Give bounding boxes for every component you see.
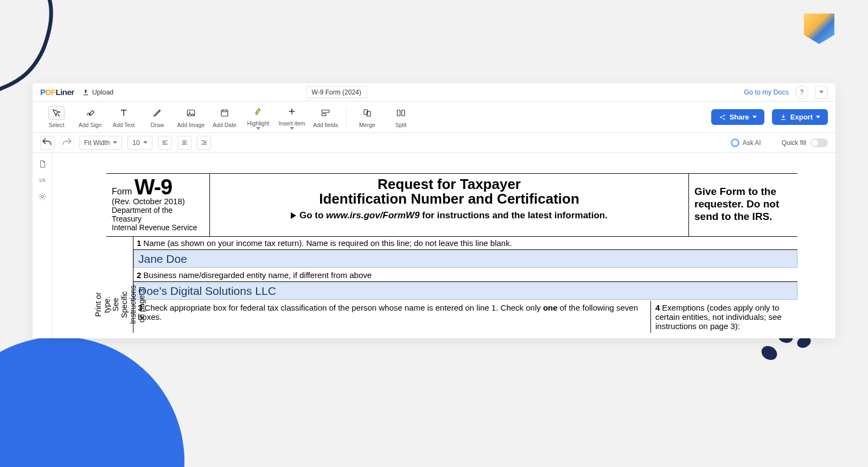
svg-rect-10	[322, 110, 329, 113]
split-icon	[393, 106, 409, 120]
w9-line1-input[interactable]: Jane Doe	[133, 250, 797, 268]
my-docs-link[interactable]: Go to my Docs	[744, 89, 789, 96]
chevron-down-icon	[113, 141, 117, 144]
tool-insert-item[interactable]: Insert item	[276, 104, 308, 131]
zoom-select[interactable]: 10	[127, 136, 152, 150]
w9-line3: 3Check appropriate box for federal tax c…	[133, 301, 651, 333]
decor-blob-bl	[0, 337, 184, 467]
chevron-down-icon	[752, 116, 757, 118]
tool-add-date[interactable]: Add Date	[208, 104, 241, 131]
undo-icon	[41, 136, 54, 149]
tool-draw[interactable]: Draw	[141, 104, 174, 131]
tool-add-sign[interactable]: Add Sign	[74, 104, 106, 131]
triangle-icon	[291, 212, 296, 219]
editor-window: PDFLiner Upload W-9 Form (2024) Go to my…	[33, 83, 835, 338]
share-icon	[719, 113, 726, 121]
w9-form-id-cell: Form W-9 (Rev. October 2018) Department …	[106, 173, 209, 237]
svg-point-17	[723, 115, 725, 116]
align-left-icon	[161, 139, 169, 147]
plus-icon	[284, 104, 300, 118]
chevron-down-icon	[819, 91, 824, 93]
fit-select[interactable]: Fit Width	[79, 136, 122, 150]
decor-logo-tr	[804, 14, 834, 44]
w9-side-instructions: Print or type. See Specific Instructions…	[106, 237, 133, 333]
align-right-icon	[200, 139, 208, 147]
fields-icon	[317, 106, 334, 120]
svg-point-16	[720, 116, 722, 118]
align-left-button[interactable]	[158, 136, 172, 150]
upload-icon	[82, 89, 90, 96]
ai-icon	[731, 138, 739, 147]
w9-line2-input[interactable]: Doe's Digital Solutions LLC	[133, 282, 797, 300]
tool-select[interactable]: Select	[40, 104, 73, 131]
align-center-icon	[181, 139, 188, 147]
redo-icon	[60, 136, 73, 149]
merge-icon	[359, 106, 375, 120]
ask-ai-button[interactable]: Ask AI	[731, 138, 761, 147]
gear-icon	[38, 192, 47, 201]
w9-give-cell: Give Form to the requester. Do not send …	[689, 173, 797, 237]
image-icon	[183, 106, 199, 120]
export-button[interactable]: Export	[772, 109, 828, 125]
chevron-down-icon	[256, 127, 260, 130]
page-icon	[38, 160, 47, 168]
align-center-button[interactable]	[177, 136, 192, 150]
upload-button[interactable]: Upload	[82, 89, 114, 96]
chevron-down-icon	[143, 141, 148, 144]
w9-title-cell: Request for Taxpayer Identification Numb…	[209, 173, 689, 237]
left-rail: 1/6	[33, 153, 52, 338]
w9-form: Form W-9 (Rev. October 2018) Department …	[106, 173, 797, 333]
quick-fill-toggle[interactable]: Quick fill	[782, 138, 828, 147]
svg-rect-11	[322, 114, 326, 116]
app-logo: PDFLiner	[40, 87, 74, 97]
upload-label: Upload	[92, 89, 114, 96]
collapse-button[interactable]	[815, 86, 828, 99]
w9-goto-line: Go to www.irs.gov/FormW9 for instruction…	[215, 210, 683, 221]
document-title[interactable]: W-9 Form (2024)	[306, 86, 367, 98]
tool-split[interactable]: Split	[385, 104, 417, 131]
svg-point-19	[41, 195, 43, 198]
tool-add-text[interactable]: Add Text	[107, 104, 140, 131]
tool-add-fields[interactable]: Add fields	[309, 104, 342, 131]
svg-point-5	[759, 343, 780, 363]
document-viewport[interactable]: Form W-9 (Rev. October 2018) Department …	[52, 153, 835, 338]
download-icon	[780, 113, 787, 121]
svg-point-8	[189, 111, 190, 112]
calendar-icon	[216, 106, 233, 120]
w9-line4: 4Exemptions (codes apply only to certain…	[651, 301, 797, 333]
align-right-button[interactable]	[197, 136, 211, 150]
tool-highlight[interactable]: Highlight	[242, 104, 275, 131]
pages-panel-button[interactable]	[36, 158, 48, 170]
editor-body: 1/6 Form W-9 (Rev. October 2018) Departm…	[33, 153, 835, 338]
highlighter-icon	[250, 104, 266, 118]
cursor-icon	[48, 106, 65, 120]
main-toolbar: Select Add Sign Add Text Draw Add Image …	[33, 102, 835, 133]
redo-button[interactable]	[60, 136, 74, 150]
tool-merge[interactable]: Merge	[351, 104, 384, 131]
toggle-icon	[810, 138, 828, 147]
signature-icon	[82, 106, 98, 120]
share-button[interactable]: Share	[711, 109, 764, 125]
text-icon	[116, 106, 132, 120]
w9-line1-label: 1Name (as shown on your income tax retur…	[133, 237, 797, 250]
header-bar: PDFLiner Upload W-9 Form (2024) Go to my…	[33, 83, 835, 102]
help-button[interactable]: ?	[795, 86, 808, 99]
toolbar-separator	[346, 108, 347, 127]
page-counter: 1/6	[39, 178, 46, 183]
svg-rect-15	[402, 110, 405, 116]
w9-line2-label: 2Business name/disregarded entity name, …	[133, 269, 797, 282]
w9-dept: Department of the Treasury Internal Reve…	[112, 206, 204, 232]
chevron-down-icon	[290, 127, 294, 130]
pencil-icon	[149, 106, 165, 120]
settings-button[interactable]	[36, 191, 48, 203]
tool-add-image[interactable]: Add Image	[175, 104, 207, 131]
svg-point-18	[723, 118, 725, 120]
undo-button[interactable]	[40, 136, 54, 150]
svg-rect-9	[221, 110, 228, 116]
sub-toolbar: Fit Width 10 Ask AI Quick fill	[33, 133, 835, 153]
chevron-down-icon	[816, 116, 820, 118]
svg-rect-14	[397, 110, 400, 116]
